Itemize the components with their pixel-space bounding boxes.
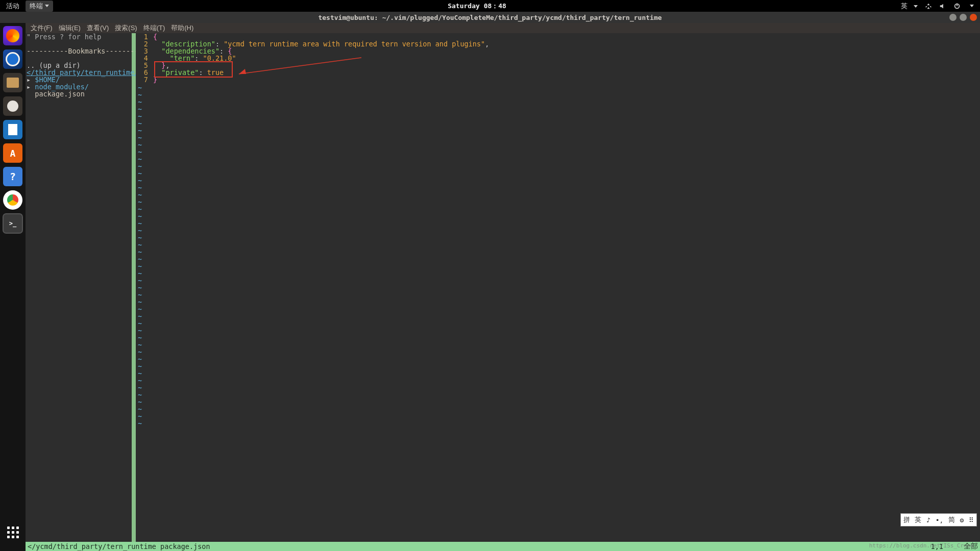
chevron-down-icon — [45, 5, 49, 7]
code-content: { "description": "ycmd tern runtime area… — [153, 33, 980, 83]
ime-simplified-icon[interactable]: 简 — [948, 515, 955, 524]
app-menu-terminal[interactable]: 终端 — [26, 1, 53, 12]
clock[interactable]: Saturday 08：48 — [53, 2, 901, 11]
chevron-down-icon — [970, 5, 974, 7]
nerdtree-help-hint: " Press ? for help — [27, 33, 132, 40]
gnome-topbar: 活动 终端 Saturday 08：48 英 — [0, 0, 980, 12]
menu-terminal[interactable]: 终端(T) — [141, 23, 167, 33]
vim-statusline: </ycmd/third_party/tern_runtime package.… — [26, 542, 980, 551]
ime-settings-icon[interactable]: ⚙ — [960, 516, 964, 524]
minimize-button[interactable] — [949, 14, 957, 21]
menu-edit[interactable]: 编辑(E) — [57, 23, 83, 33]
maximize-button[interactable] — [960, 14, 967, 21]
chevron-down-icon — [914, 5, 918, 8]
window-title: testvim@ubuntu: ~/.vim/plugged/YouComple… — [318, 14, 662, 21]
nerdtree-up-dir[interactable]: .. (up a dir) — [27, 62, 132, 69]
code-editor[interactable]: 1 2 3 4 5 6 7 { "description": "ycmd ter… — [136, 33, 980, 542]
dock-files-icon[interactable] — [3, 73, 22, 92]
dock-chrome-icon[interactable] — [3, 190, 22, 210]
network-icon[interactable] — [925, 3, 932, 10]
close-button[interactable] — [970, 14, 977, 21]
show-applications-button[interactable] — [3, 522, 22, 542]
nerdtree-entry-node-modules[interactable]: ▸ node_modules/ — [27, 83, 132, 90]
power-icon[interactable] — [953, 3, 961, 10]
ime-punct-icon[interactable]: •, — [936, 516, 944, 524]
ubuntu-dock — [0, 23, 26, 551]
input-source-indicator[interactable]: 英 — [901, 2, 918, 11]
window-titlebar: testvim@ubuntu: ~/.vim/plugged/YouComple… — [0, 12, 980, 23]
ime-pinyin-icon[interactable]: 拼 — [903, 515, 910, 524]
watermark-text: https://blog.csdn.net/ISs_Cream — [869, 542, 974, 549]
app-menu-label: 终端 — [30, 2, 43, 11]
dock-terminal-icon[interactable] — [3, 214, 22, 233]
dock-help-icon[interactable] — [3, 167, 22, 186]
terminal-menubar: 文件(F) 编辑(E) 查看(V) 搜索(S) 终端(T) 帮助(H) — [26, 23, 980, 33]
dock-libreoffice-writer-icon[interactable] — [3, 120, 22, 139]
menu-help[interactable]: 帮助(H) — [169, 23, 195, 33]
tilde-column: ~~~~~~~~~~~~~~~~~~~~~~~~~~~~~~~~~~~~~~~~… — [138, 84, 142, 542]
menu-file[interactable]: 文件(F) — [29, 23, 55, 33]
ime-toolbar[interactable]: 拼 英 ♪ •, 简 ⚙ ⠿ — [900, 513, 977, 527]
line-number-gutter: 1 2 3 4 5 6 7 — [136, 33, 151, 83]
ime-music-icon[interactable]: ♪ — [926, 516, 930, 524]
menu-view[interactable]: 查看(V) — [85, 23, 111, 33]
menu-search[interactable]: 搜索(S) — [113, 23, 139, 33]
dock-software-center-icon[interactable] — [3, 143, 22, 163]
nerdtree-root-path[interactable]: </third_party/tern_runtime/ — [27, 69, 132, 76]
ime-menu-icon[interactable]: ⠿ — [969, 516, 974, 524]
dock-disks-icon[interactable] — [3, 96, 22, 116]
volume-icon[interactable] — [939, 3, 946, 10]
activities-button[interactable]: 活动 — [6, 2, 19, 11]
dock-thunderbird-icon[interactable] — [3, 49, 22, 69]
nerdtree-entry-package-json[interactable]: package.json — [27, 90, 132, 97]
status-file-path: </ycmd/third_party/tern_runtime package.… — [28, 542, 210, 550]
svg-rect-1 — [957, 3, 958, 6]
nerdtree-panel[interactable]: " Press ? for help ----------Bookmarks--… — [26, 33, 136, 542]
nerdtree-bookmarks-header: ----------Bookmarks---------- — [27, 47, 132, 55]
nerdtree-entry-home[interactable]: ▸ $HOME/ — [27, 76, 132, 83]
vim-window: 文件(F) 编辑(E) 查看(V) 搜索(S) 终端(T) 帮助(H) " Pr… — [26, 23, 980, 551]
dock-firefox-icon[interactable] — [3, 26, 22, 45]
ime-lang-icon[interactable]: 英 — [915, 515, 921, 524]
